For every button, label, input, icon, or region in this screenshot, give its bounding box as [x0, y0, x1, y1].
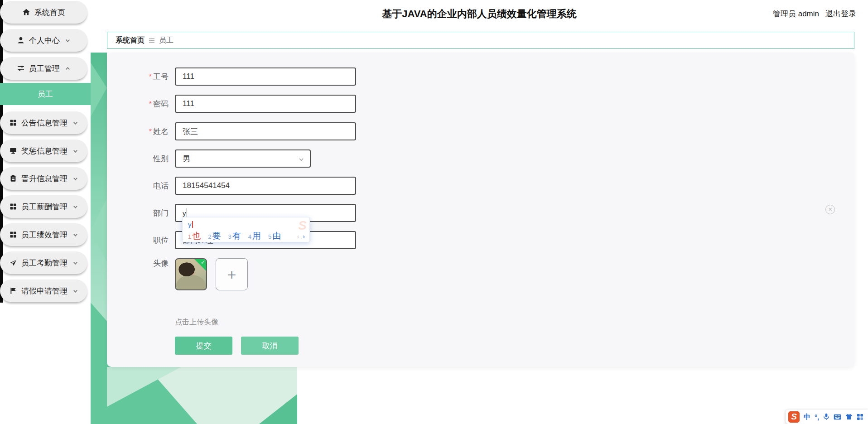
sidebar-item-label: 系统首页 [34, 7, 65, 18]
sidebar-item-announcement-mgmt[interactable]: 公告信息管理 [0, 111, 87, 134]
field-label: 密码 [153, 100, 169, 108]
sliders-icon [17, 64, 25, 72]
breadcrumb-home[interactable]: 系统首页 [116, 36, 145, 45]
sidebar-item-leave-request-mgmt[interactable]: 请假申请管理 [0, 279, 87, 302]
breadcrumb: 系统首页 员工 [107, 32, 854, 49]
field-label: 姓名 [153, 127, 169, 136]
sogou-logo-icon[interactable]: S [788, 411, 800, 423]
form-row-gender: 性别 男 [125, 149, 311, 168]
sidebar-item-reward-punishment-mgmt[interactable]: 奖惩信息管理 [0, 140, 87, 162]
ime-toolbar: S 中 °, [786, 410, 868, 424]
home-icon [22, 8, 30, 16]
sidebar: 系统首页 个人中心 员工管理 员工 公告信息管理 奖惩信息管理 晋升信息管理 员… [0, 0, 91, 424]
chevron-down-icon [72, 148, 78, 154]
employee-id-input[interactable] [175, 67, 356, 86]
name-input[interactable] [175, 122, 356, 140]
chevron-down-icon [298, 156, 304, 163]
field-label: 职位 [153, 236, 169, 245]
ime-candidate-1[interactable]: 1也 [188, 230, 201, 242]
ime-candidate-4[interactable]: 4用 [248, 230, 261, 242]
plus-icon: + [227, 267, 236, 282]
grid-icon [9, 231, 17, 239]
sidebar-item-label: 员工薪酬管理 [21, 202, 68, 212]
user-icon [17, 36, 25, 44]
required-asterisk: * [149, 127, 152, 136]
monitor-icon [9, 147, 17, 155]
phone-input[interactable] [175, 177, 356, 195]
employee-form-card: *工号 *密码 *姓名 性别 男 电话 部门 y 职位 头像 ✓ + [107, 53, 854, 367]
chevron-down-icon [72, 176, 78, 182]
field-label: 工号 [153, 72, 169, 81]
keyboard-icon[interactable] [834, 414, 841, 420]
avatar-preview[interactable]: ✓ [175, 258, 207, 290]
logout-button[interactable]: 退出登录 [825, 9, 856, 19]
ime-candidate-window: y 1也 2要 3有 4用 5由 ‹ › S [182, 217, 310, 242]
sidebar-item-label: 晋升信息管理 [21, 173, 68, 184]
ime-caret [192, 221, 193, 228]
sidebar-item-label: 奖惩信息管理 [21, 146, 68, 156]
page-title: 基于JAVA的企业内部人员绩效量化管理系统 [91, 0, 868, 28]
flag-icon [9, 287, 17, 295]
required-asterisk: * [149, 72, 152, 81]
grid-icon [9, 119, 17, 127]
sidebar-item-attendance-mgmt[interactable]: 员工考勤管理 [0, 251, 87, 274]
chevron-down-icon [72, 260, 78, 266]
gender-select[interactable]: 男 [175, 149, 311, 168]
sidebar-item-label: 公告信息管理 [21, 118, 68, 128]
sidebar-item-label: 个人中心 [29, 35, 60, 46]
form-row-password: *密码 [125, 95, 356, 113]
submit-button[interactable]: 提交 [175, 337, 232, 355]
send-icon [9, 259, 17, 267]
ime-watermark-logo: S [298, 218, 307, 233]
user-info: 管理员 admin [773, 9, 819, 19]
toolbox-icon[interactable] [857, 414, 863, 420]
form-row-avatar: 头像 [125, 258, 175, 269]
text-caret [187, 208, 187, 217]
ime-prev-page-arrow[interactable]: ‹ [297, 233, 299, 240]
gender-selected-value: 男 [183, 154, 190, 164]
grid-icon [9, 202, 17, 211]
ime-next-page-arrow[interactable]: › [303, 233, 305, 240]
form-row-phone: 电话 [125, 177, 356, 195]
field-label: 部门 [153, 209, 169, 217]
required-asterisk: * [149, 100, 152, 108]
sidebar-item-label: 员工考勤管理 [21, 258, 68, 268]
sidebar-item-home[interactable]: 系统首页 [0, 1, 87, 24]
sidebar-item-profile[interactable]: 个人中心 [0, 29, 87, 52]
department-typed-text: y [183, 209, 186, 217]
chevron-down-icon [65, 38, 71, 43]
field-label: 性别 [153, 154, 169, 163]
cancel-button[interactable]: 取消 [241, 337, 299, 355]
sidebar-item-employee-mgmt[interactable]: 员工管理 [0, 57, 87, 80]
sidebar-item-salary-mgmt[interactable]: 员工薪酬管理 [0, 195, 87, 218]
avatar-upload-button[interactable]: + [216, 258, 248, 290]
sidebar-item-promotion-mgmt[interactable]: 晋升信息管理 [0, 167, 87, 190]
field-label: 电话 [153, 182, 169, 190]
form-row-employee-id: *工号 [125, 67, 356, 86]
chinese-mode-icon[interactable]: 中 [804, 413, 810, 421]
sidebar-item-label: 员工管理 [29, 63, 60, 74]
clipboard-icon [9, 174, 17, 183]
chevron-down-icon [72, 288, 78, 294]
sidebar-subitem-label: 员工 [38, 89, 53, 99]
top-header: 基于JAVA的企业内部人员绩效量化管理系统 管理员 admin 退出登录 [91, 0, 868, 28]
password-input[interactable] [175, 95, 356, 113]
ime-candidate-2[interactable]: 2要 [208, 230, 221, 242]
sidebar-item-label: 请假申请管理 [21, 286, 68, 296]
sidebar-item-performance-mgmt[interactable]: 员工绩效管理 [0, 223, 87, 246]
ime-candidate-3[interactable]: 3有 [228, 230, 241, 242]
punctuation-icon[interactable]: °, [815, 413, 819, 421]
breadcrumb-current: 员工 [159, 36, 174, 45]
sidebar-item-label: 员工绩效管理 [21, 230, 68, 240]
form-row-name: *姓名 [125, 122, 356, 140]
chevron-up-icon [65, 66, 71, 72]
sidebar-subitem-employee[interactable]: 员工 [0, 83, 91, 105]
check-icon: ✓ [201, 259, 205, 265]
chevron-down-icon [72, 204, 78, 210]
ime-candidate-5[interactable]: 5由 [268, 230, 281, 242]
ime-composition-text: y [188, 221, 192, 228]
skin-icon[interactable] [845, 414, 853, 420]
chevron-down-icon [72, 232, 78, 238]
microphone-icon[interactable] [823, 413, 829, 420]
clear-icon[interactable]: ✕ [825, 205, 835, 214]
